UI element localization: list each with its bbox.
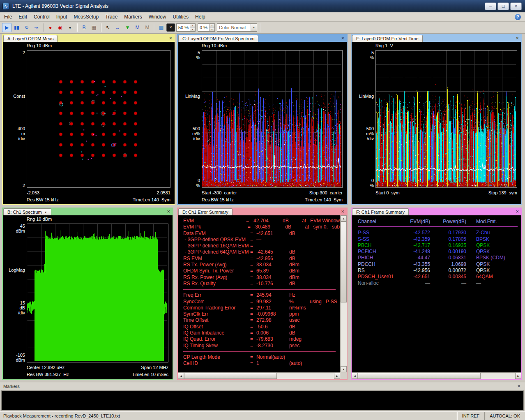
marker-m2-button[interactable]: M [143, 23, 152, 32]
markers-panel-header: Markers × [0, 382, 525, 390]
scrollbar-thumb[interactable] [184, 373, 277, 379]
color-mode-select[interactable]: Color Normal▼ [217, 23, 257, 32]
panel-ofdm-meas: A: Layer0 OFDM Meas × Rng 10 dBm 2 Const… [2, 34, 175, 205]
menu-utilities[interactable]: Utilities [169, 12, 192, 21]
panel-e-tab[interactable]: E: Layer0 OFDM Err Vect Time [352, 35, 423, 42]
scroll-left-icon[interactable]: ◀ [178, 373, 184, 379]
constellation-plot[interactable] [27, 51, 169, 187]
pointer-tool-button[interactable]: ↖ [103, 23, 113, 32]
menu-window[interactable]: Window [145, 12, 170, 21]
move-marker-button[interactable]: ↔ [113, 23, 122, 32]
horizontal-scrollbar[interactable]: ◀ ▶ [178, 372, 340, 379]
bold-b-button[interactable]: B [79, 23, 89, 32]
trace-bars-button[interactable]: ▥ [157, 23, 166, 32]
peak-search-button[interactable]: ▼ [123, 23, 132, 32]
marker-m1-button[interactable]: M [133, 23, 142, 32]
clear-marker-button[interactable]: × [166, 23, 175, 32]
offset-spinner[interactable]: 0 %▲▼ [198, 23, 215, 32]
window-controls: –□× [485, 2, 523, 10]
summary-label: Cell ID [183, 360, 250, 367]
maximize-button[interactable]: □ [497, 2, 509, 10]
record-setup-button[interactable]: ◉ [55, 23, 65, 32]
evm-time-plot[interactable] [376, 51, 516, 187]
menu-edit[interactable]: Edit [15, 12, 30, 21]
panel-f-tab[interactable]: F: Ch1 Frame Summary [352, 208, 409, 215]
equals-sign: = [250, 249, 256, 255]
summary-row: Freq Err=245.94Hz [183, 292, 340, 298]
panel-c-close-icon[interactable]: × [340, 35, 345, 42]
menu-file[interactable]: File [1, 12, 15, 21]
panel-c-tab[interactable]: C: Layer0 OFDM Err Vect Spectrum [178, 35, 258, 42]
summary-value: 38.034 [256, 275, 289, 281]
markers-close-icon[interactable]: × [516, 383, 522, 390]
x-axis-right-label: Stop 139 sym [488, 190, 517, 195]
scrollbar-track[interactable] [184, 373, 334, 379]
scrollbar-track[interactable] [358, 373, 515, 379]
help-glyph: ? [516, 15, 519, 19]
menu-meassetup[interactable]: MeasSetup [70, 12, 102, 21]
close-button[interactable]: × [510, 2, 522, 10]
panel-e-close-icon[interactable]: × [514, 35, 520, 42]
panel-d-tab[interactable]: D: Ch1 Error Summary [178, 208, 233, 215]
cell-power: 0.17930 [430, 230, 466, 236]
summary-unit [289, 354, 310, 360]
scroll-right-icon[interactable]: ▶ [515, 373, 521, 379]
menu-input[interactable]: Input [53, 12, 71, 21]
menu-trace[interactable]: Trace [102, 12, 121, 21]
chevron-down-icon[interactable]: ▼ [44, 211, 47, 214]
cell-modfmt: BPSK [476, 236, 521, 242]
horizontal-scrollbar[interactable]: ◀ ▶ [352, 372, 521, 379]
summary-unit: dB [285, 224, 305, 230]
scroll-up-icon[interactable]: ▲ [341, 215, 347, 222]
summary-unit: usec [289, 317, 310, 323]
summary-unit: dB [289, 330, 310, 336]
minimize-button[interactable]: – [485, 2, 496, 10]
menu-control[interactable]: Control [30, 12, 53, 21]
scroll-left-icon[interactable]: ◀ [352, 373, 358, 379]
layout-grid-button[interactable]: ▦ [89, 23, 99, 32]
summary-row: IQ Quad. Error=-79.683mdeg [183, 336, 340, 342]
summary-unit: dB [283, 218, 302, 224]
transparency-spinner-up-icon[interactable]: ▲ [190, 24, 195, 28]
menu-help[interactable]: Help [192, 12, 209, 21]
pause-button[interactable]: ▮▮ [12, 23, 21, 32]
x-axis-left-label: Start 0 sym [375, 190, 400, 195]
cell-evm: — [404, 280, 430, 286]
cell-evm: -42.717 [404, 242, 430, 249]
single-step-button[interactable]: ⇥ [32, 23, 41, 32]
panel-b-close-icon[interactable]: × [166, 208, 171, 215]
summary-label: IQ Gain Imbalance [183, 330, 250, 336]
scroll-down-icon[interactable]: ▼ [341, 366, 347, 372]
transparency-spinner[interactable]: 50 %▲▼ [176, 23, 196, 32]
scrollbar-thumb[interactable] [341, 222, 347, 302]
chevron-down-icon: ▼ [251, 24, 257, 31]
y-axis-bottom-label: -105 dBm [3, 353, 25, 362]
panel-f-close-icon[interactable]: × [514, 208, 520, 215]
cell-power: 0.00190 [430, 249, 466, 255]
transparency-spinner-down-icon[interactable]: ▼ [190, 28, 195, 31]
panel-b-tab[interactable]: B: Ch1 Spectrum▼ [3, 208, 51, 215]
record-options-dropdown[interactable]: ▾ [65, 23, 75, 32]
spectrum-plot[interactable] [27, 224, 167, 361]
menu-markers[interactable]: Markers [121, 12, 145, 21]
equals-sign: = [250, 275, 256, 281]
help-icon[interactable]: ? [515, 14, 521, 20]
scroll-right-icon[interactable]: ▶ [334, 373, 340, 379]
evm-spectrum-plot[interactable] [202, 51, 341, 187]
panel-a-tab[interactable]: A: Layer0 OFDM Meas [3, 35, 58, 42]
scrollbar-track[interactable] [341, 222, 347, 366]
equals-sign: = [250, 336, 256, 342]
menu-bar: FileEditControlInputMeasSetupTraceMarker… [0, 12, 525, 22]
col-header-channel: Channel [358, 219, 404, 225]
vertical-scrollbar[interactable]: ▲ ▼ [340, 215, 347, 372]
offset-spinner-up-icon[interactable]: ▲ [210, 24, 214, 28]
panel-d-close-icon[interactable]: × [340, 208, 345, 215]
play-button[interactable]: ▶ [2, 23, 12, 32]
scrollbar-thumb[interactable] [358, 373, 481, 379]
record-button[interactable]: ● [46, 23, 55, 32]
restart-button[interactable]: ↻ [22, 23, 31, 32]
offset-spinner-down-icon[interactable]: ▼ [210, 28, 214, 31]
panel-a-close-icon[interactable]: × [168, 35, 173, 42]
summary-row: RS Rx. Quality=-10.776dB [183, 281, 340, 287]
cell-channel: Non-alloc [358, 280, 404, 286]
